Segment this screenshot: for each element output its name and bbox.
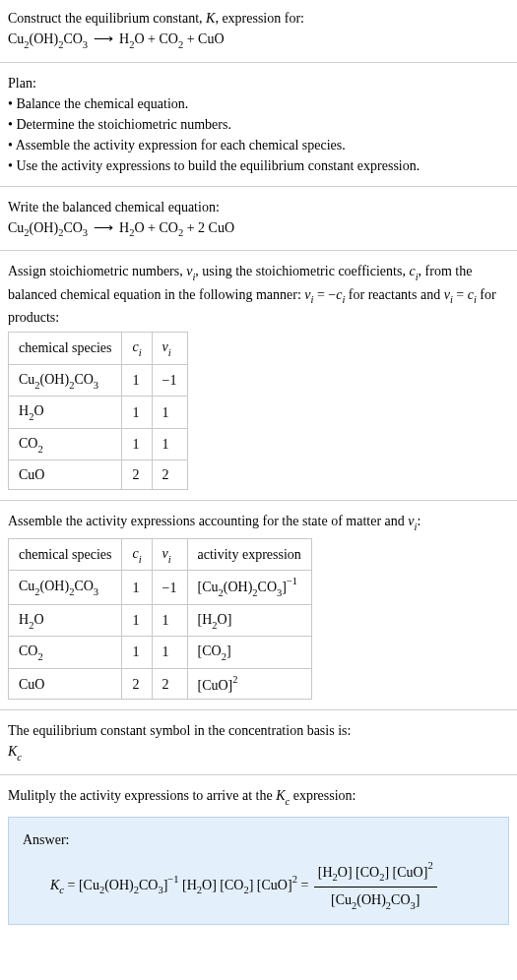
table-row: CO2 1 1 [CO2]: [9, 637, 312, 669]
cell-species: Cu2(OH)2CO3: [9, 364, 122, 397]
activity-table: chemical species ci νi activity expressi…: [8, 538, 312, 701]
plan-bullet-2: • Determine the stoichiometric numbers.: [8, 114, 509, 135]
header-section: Construct the equilibrium constant, K, e…: [0, 0, 517, 60]
th-c2: c: [132, 546, 138, 561]
eq1-h: H: [119, 31, 129, 46]
eq2-cuo: + 2 CuO: [183, 220, 234, 235]
th-cs: i: [139, 347, 142, 358]
table-row: CO2 1 1: [9, 428, 188, 460]
eq2-co: CO: [63, 220, 82, 235]
table-row: Cu2(OH)2CO3 1 −1 [Cu2(OH)2CO3]−1: [9, 571, 312, 604]
kc-var: K: [8, 744, 17, 759]
eq1-cuo: + CuO: [183, 31, 224, 46]
ans-eq1: =: [68, 878, 79, 892]
th-nu: ν: [162, 339, 168, 354]
ans-fraction: [H2O] [CO2] [CuO]2 [Cu2(OH)2CO3]: [312, 860, 439, 913]
plan-bullet-1: • Balance the chemical equation.: [8, 93, 509, 114]
th-nui: νi: [152, 538, 187, 571]
assign-text1: Assign stoichiometric numbers,: [8, 264, 186, 278]
assign-section: Assign stoichiometric numbers, νi, using…: [0, 253, 517, 498]
th-species: chemical species: [9, 333, 122, 365]
th-nui: νi: [152, 333, 187, 365]
divider-5: [0, 709, 517, 710]
prompt-suffix: , expression for:: [215, 11, 304, 26]
assign-eqds: i: [450, 294, 453, 305]
cell-species: CuO: [9, 668, 122, 700]
ans-Kc-c: c: [59, 885, 64, 895]
th-species: chemical species: [9, 538, 122, 571]
table-row: H2O 1 1 [H2O]: [9, 604, 312, 637]
th-nus2: i: [168, 554, 171, 565]
eq2-h: H: [119, 220, 129, 235]
prompt-text1: Construct the equilibrium constant,: [8, 11, 206, 26]
eq1-sub2a: 2: [24, 39, 29, 50]
kc-line1: The equilibrium constant symbol in the c…: [8, 720, 509, 741]
assign-eqa: ν: [304, 287, 310, 302]
answer-equation: Kc = [Cu2(OH)2CO3]−1 [H2O] [CO2] [CuO]2 …: [23, 860, 494, 913]
divider-2: [0, 186, 517, 187]
assign-eqb: = −: [313, 287, 336, 302]
cell-nu: −1: [152, 571, 187, 604]
eq1-cu: Cu: [8, 31, 24, 46]
table-header-row: chemical species ci νi: [9, 333, 188, 365]
cell-c: 1: [122, 397, 152, 429]
eq1-arrow: ⟶: [88, 31, 119, 46]
kc-sub: c: [17, 752, 22, 763]
assemble-paragraph: Assemble the activity expressions accoun…: [8, 511, 509, 534]
assign-eqf: c: [468, 287, 474, 302]
ans-term1: [Cu2(OH)2CO3]−1 [H2O] [CO2] [CuO]2: [79, 878, 297, 892]
cell-nu: 1: [152, 397, 187, 429]
cell-c: 2: [122, 460, 152, 490]
eq2-oco: O + CO: [134, 220, 177, 235]
th-activity: activity expression: [187, 538, 311, 571]
th-ci: ci: [122, 538, 152, 571]
assign-text2: , using the stoichiometric coefficients,: [195, 264, 409, 278]
table-row: CuO 2 2 [CuO]2: [9, 668, 312, 700]
mult-text2: expression:: [290, 788, 355, 803]
cell-nu: 2: [152, 668, 187, 700]
assign-eqd: ν: [444, 287, 450, 302]
cell-species: CO2: [9, 428, 122, 460]
assign-c: c: [409, 264, 415, 278]
th-cs2: i: [139, 554, 142, 565]
cell-species: H2O: [9, 604, 122, 637]
ans-eq2: =: [300, 878, 311, 892]
cell-species: Cu2(OH)2CO3: [9, 571, 122, 604]
eq1-oco: O + CO: [134, 31, 177, 46]
kc-symbol: Kc: [8, 741, 509, 765]
table-header-row: chemical species ci νi activity expressi…: [9, 538, 312, 571]
cell-c: 1: [122, 637, 152, 669]
prompt-line1: Construct the equilibrium constant, K, e…: [8, 8, 509, 29]
cell-activity: [H2O]: [187, 604, 311, 637]
cell-c: 1: [122, 571, 152, 604]
cell-c: 1: [122, 604, 152, 637]
eq1-sub3: 3: [83, 39, 88, 50]
eq1-sub2b: 2: [58, 39, 63, 50]
multiply-paragraph: Mulitply the activity expressions to arr…: [8, 785, 509, 809]
eq2-oh: (OH): [30, 220, 59, 235]
assign-nui: i: [192, 272, 195, 282]
kc-section: The equilibrium constant symbol in the c…: [0, 712, 517, 772]
eq2-arrow: ⟶: [88, 220, 119, 235]
eq2-cu: Cu: [8, 220, 24, 235]
table-row: Cu2(OH)2CO3 1 −1: [9, 364, 188, 397]
assemble-var: ν: [408, 514, 414, 528]
balanced-title: Write the balanced chemical equation:: [8, 197, 509, 217]
cell-nu: 1: [152, 637, 187, 669]
cell-species: CO2: [9, 637, 122, 669]
assemble-section: Assemble the activity expressions accoun…: [0, 503, 517, 707]
assemble-text1: Assemble the activity expressions accoun…: [8, 514, 408, 528]
assign-paragraph: Assign stoichiometric numbers, νi, using…: [8, 261, 509, 328]
assign-eqas: i: [311, 294, 314, 305]
divider-3: [0, 250, 517, 251]
mult-sub: c: [286, 796, 291, 807]
assign-ci: i: [416, 272, 419, 282]
stoich-table: chemical species ci νi Cu2(OH)2CO3 1 −1 …: [8, 332, 188, 490]
eq1-h2sub: 2: [129, 39, 134, 50]
balanced-section: Write the balanced chemical equation: Cu…: [0, 189, 517, 249]
cell-nu: 2: [152, 460, 187, 490]
plan-bullet-3: • Assemble the activity expression for e…: [8, 135, 509, 155]
assign-eqe: =: [453, 287, 468, 302]
cell-activity: [Cu2(OH)2CO3]−1: [187, 571, 311, 604]
eq2-sub2a: 2: [24, 227, 29, 238]
